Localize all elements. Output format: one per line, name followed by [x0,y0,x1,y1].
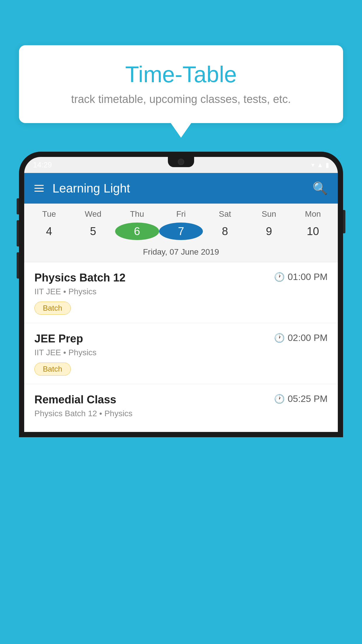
selected-date: Friday, 07 June 2019 [24,244,338,262]
day-header-tue: Tue [27,209,71,219]
schedule-item-2-top: JEE Prep 🕐 02:00 PM [34,332,328,345]
speech-bubble-container: Time-Table track timetable, upcoming cla… [19,45,343,138]
bubble-tail [171,123,191,138]
front-camera [178,159,184,165]
day-header-fri: Fri [159,209,203,219]
hamburger-line-1 [34,185,44,186]
schedule-item-3[interactable]: Remedial Class 🕐 05:25 PM Physics Batch … [24,384,338,432]
day-header-sat: Sat [203,209,247,219]
day-header-mon: Mon [291,209,335,219]
schedule-item-3-subtitle: Physics Batch 12 • Physics [34,409,328,418]
battery-icon: ▮ [326,161,329,169]
speech-bubble: Time-Table track timetable, upcoming cla… [19,45,343,123]
day-5[interactable]: 5 [71,223,115,240]
schedule-item-1[interactable]: Physics Batch 12 🕐 01:00 PM IIT JEE • Ph… [24,262,338,323]
volume-up-button [17,198,19,214]
schedule-list: Physics Batch 12 🕐 01:00 PM IIT JEE • Ph… [24,262,338,432]
status-icons: ▾ ▲ ▮ [311,161,329,169]
phone-outer: 14:29 ▾ ▲ ▮ Learning Light 🔍 [19,152,343,437]
hamburger-line-3 [34,191,44,192]
schedule-item-1-subtitle: IIT JEE • Physics [34,287,328,296]
schedule-item-2-time: 🕐 02:00 PM [274,332,328,343]
day-7[interactable]: 7 [159,223,203,240]
calendar-strip: Tue Wed Thu Fri Sat Sun Mon 4 5 6 7 [24,204,338,262]
clock-icon-1: 🕐 [274,272,285,282]
schedule-item-3-name: Remedial Class [34,393,116,406]
schedule-item-2[interactable]: JEE Prep 🕐 02:00 PM IIT JEE • Physics Ba… [24,323,338,384]
day-header-thu: Thu [115,209,159,219]
schedule-item-3-top: Remedial Class 🕐 05:25 PM [34,393,328,406]
day-header-sun: Sun [247,209,291,219]
signal-icon: ▲ [317,161,323,169]
app-header: Learning Light 🔍 [24,173,338,204]
wifi-icon: ▾ [311,161,314,169]
clock-icon-3: 🕐 [274,394,285,404]
day-9[interactable]: 9 [247,223,291,240]
app-title: Learning Light [52,181,130,195]
day-numbers: 4 5 6 7 8 9 10 [24,221,338,244]
clock-icon-2: 🕐 [274,333,285,343]
schedule-item-3-time: 🕐 05:25 PM [274,393,328,404]
phone-screen: Learning Light 🔍 Tue Wed Thu Fri Sat Sun… [24,157,338,432]
schedule-item-1-top: Physics Batch 12 🕐 01:00 PM [34,272,328,284]
day-6[interactable]: 6 [115,223,159,240]
menu-button[interactable] [34,185,44,192]
day-10[interactable]: 10 [291,223,335,240]
schedule-item-1-name: Physics Batch 12 [34,272,126,284]
phone-frame: 14:29 ▾ ▲ ▮ Learning Light 🔍 [19,152,343,644]
schedule-item-1-time: 🕐 01:00 PM [274,272,328,282]
power-button [343,210,345,233]
bubble-subtitle: track timetable, upcoming classes, tests… [36,93,326,106]
schedule-item-1-time-text: 01:00 PM [288,272,328,282]
volume-down-button [17,220,19,246]
silent-button [17,252,19,279]
schedule-item-2-subtitle: IIT JEE • Physics [34,348,328,357]
search-icon[interactable]: 🔍 [312,181,328,195]
today-indicator[interactable]: 6 [115,223,159,240]
batch-badge-2: Batch [34,363,71,376]
day-8[interactable]: 8 [203,223,247,240]
schedule-item-2-name: JEE Prep [34,332,83,345]
bubble-title: Time-Table [36,61,326,88]
header-left: Learning Light [34,181,130,195]
hamburger-line-2 [34,188,44,189]
status-time: 14:29 [33,160,52,169]
batch-badge-1: Batch [34,302,71,315]
day-header-wed: Wed [71,209,115,219]
day-4[interactable]: 4 [27,223,71,240]
schedule-item-3-time-text: 05:25 PM [288,393,328,404]
schedule-item-2-time-text: 02:00 PM [288,332,328,343]
day-headers: Tue Wed Thu Fri Sat Sun Mon [24,204,338,221]
selected-day-indicator[interactable]: 7 [159,223,203,240]
phone-notch [168,157,194,167]
